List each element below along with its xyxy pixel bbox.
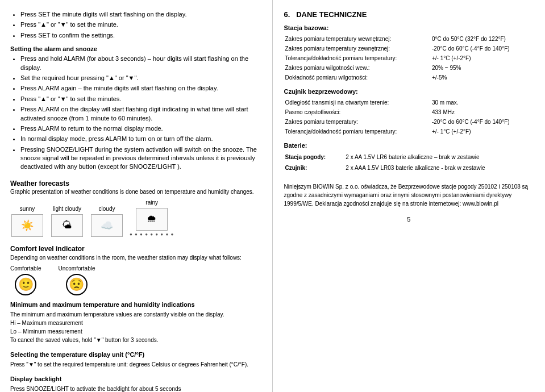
czujnik-value-1: 30 m max. [431,98,534,107]
czujnik-value-2: 433 MHz [431,107,534,117]
uncomfortable-face-icon: 😟 [66,274,88,295]
stacja-row-2: Zakres pomiaru temperatury zewnętrznej: … [284,44,534,53]
comfort-face-comfortable: Comfortable 🙂 [10,265,41,295]
dane-section-heading: DANE TECHNICZNE [296,10,367,19]
weather-sunny-label: sunny [20,206,35,212]
dane-section-number: 6. [284,10,290,19]
weather-cloudy-icon: ☁️ [91,214,123,237]
min-max-text: The minimum and maximum temperature valu… [10,310,261,344]
temp-select-text: Press "▼" to set the required temperatur… [10,360,261,369]
czujnik-section: Czujnik bezprzewodowy: Odległość transmi… [284,88,534,136]
comfort-section: Comfort level indicator Depending on wea… [10,245,261,295]
czujnik-value-4: +/- 1°C (+/-2°F) [431,127,534,136]
intro-list: Press SET the minute digits will start f… [10,10,261,40]
weather-cloudy: cloudy ☁️ [90,206,124,237]
alarm-bullet-list: Press and hold ALARM (for about 3 second… [10,55,261,172]
weather-light-cloudy: light cloudy 🌤 [50,206,84,237]
weather-light-cloudy-icon: 🌤 [51,214,83,237]
comfort-subtitle: Depending on weather conditions in the r… [10,255,261,261]
weather-rainy-icon: 🌧 [136,208,168,231]
comfortable-face-icon: 🙂 [15,274,36,295]
intro-item-2: Press "▲" or "▼" to set the minute. [20,20,261,29]
temp-select-section: Selecting the temperature display unit (… [10,351,261,369]
page-container: Press SET the minute digits will start f… [0,0,545,392]
baterie-value-1: 2 x AA 1.5V LR6 baterie alkaliczne – bra… [344,152,534,162]
stacja-label-4: Zakres pomiaru wilgotności wew.: [284,63,431,73]
alarm-bullet-5: Press ALARM on the display will start fl… [20,105,261,123]
min-max-section: Minimum and maximum temperature and humi… [10,301,261,344]
stacja-value-3: +/- 1°C (+/-2°F) [431,53,534,63]
czujnik-row-2: Pasmo częstotliwości: 433 MHz [284,107,534,117]
comfort-uncomfortable-label: Uncomfortable [58,265,95,272]
alarm-section-title: Setting the alarm and snooze [10,45,261,52]
czujnik-label-4: Tolerancja/dokładność pomiaru temperatur… [284,127,431,136]
stacja-value-2: -20°C do 60°C (-4°F do 140°F) [431,44,534,53]
backlight-text: Press SNOOZE/LIGHT to activate the backl… [10,385,261,392]
stacja-value-5: +/-5% [431,73,534,82]
baterie-title: Baterie: [284,142,534,149]
stacja-title: Stacja bazowa: [284,24,534,31]
czujnik-row-4: Tolerancja/dokładność pomiaru temperatur… [284,127,534,136]
min-max-line-4: To cancel the saved values, hold "▼" but… [10,336,261,344]
baterie-value-2: 2 x AAA 1.5V LR03 baterie alkaliczne - b… [344,162,534,173]
czujnik-label-2: Pasmo częstotliwości: [284,107,431,117]
intro-item-1: Press SET the minute digits will start f… [20,10,261,19]
baterie-label-2: Czujnik: [284,162,345,173]
right-column: 6. DANE TECHNICZNE Stacja bazowa: Zakres… [273,0,546,392]
czujnik-label-3: Zakres pomiaru temperatury: [284,117,431,127]
min-max-title: Minimum and maximum temperature and humi… [10,301,261,308]
left-column: Press SET the minute digits will start f… [0,0,273,392]
alarm-bullet-7: In normal display mode, press ALARM to t… [20,135,261,143]
weather-section: Weather forecasts Graphic presentation o… [10,180,261,237]
temp-select-title: Selecting the temperature display unit (… [10,351,261,358]
stacja-row-3: Tolerancja/dokładność pomiaru temperatur… [284,53,534,63]
alarm-bullet-1: Press and hold ALARM (for about 3 second… [20,55,261,72]
comfort-face-uncomfortable: Uncomfortable 😟 [58,265,95,295]
stacja-label-1: Zakres pomiaru temperatury wewnętrznej: [284,34,431,44]
disclaimer-section: Niniejszym BIOWIN Sp. z o.o. oświadcza, … [284,182,534,208]
weather-icons-row: sunny ☀️ light cloudy 🌤 cloudy ☁️ rainy … [10,199,261,237]
alarm-bullet-6: Press ALARM to return to the normal disp… [20,124,261,133]
weather-rainy: rainy 🌧 ● ● ● ● ● ● ● ● ● [130,199,174,237]
comfort-faces-row: Comfortable 🙂 Uncomfortable 😟 [10,265,261,295]
stacja-row-4: Zakres pomiaru wilgotności wew.: 20% ~ 9… [284,63,534,73]
weather-light-cloudy-label: light cloudy [53,206,81,212]
stacja-value-4: 20% ~ 95% [431,63,534,73]
min-max-line-3: Lo – Miminum measurement [10,327,261,336]
weather-cloudy-label: cloudy [99,206,115,212]
intro-item-3: Press SET to confirm the settings. [20,31,261,40]
stacja-table: Zakres pomiaru temperatury wewnętrznej: … [284,34,534,82]
weather-sunny-icon: ☀️ [11,214,43,237]
stacja-label-2: Zakres pomiaru temperatury zewnętrznej: [284,44,431,53]
alarm-bullet-8: Pressing SNOOZE/LIGHT during the system … [20,145,261,172]
comfort-title: Comfort level indicator [10,245,261,253]
backlight-section: Display backlight Press SNOOZE/LIGHT to … [10,376,261,392]
weather-title: Weather forecasts [10,180,261,187]
czujnik-label-1: Odległość transmisji na otwartym terenie… [284,98,431,107]
czujnik-row-1: Odległość transmisji na otwartym terenie… [284,98,534,107]
baterie-label-1: Stacja pogody: [284,152,345,162]
backlight-title: Display backlight [10,376,261,382]
czujnik-row-3: Zakres pomiaru temperatury: -20°C do 60°… [284,117,534,127]
stacja-section: Stacja bazowa: Zakres pomiaru temperatur… [284,24,534,82]
czujnik-table: Odległość transmisji na otwartym terenie… [284,98,534,136]
alarm-bullet-2: Set the required hour pressing "▲" or "▼… [20,74,261,82]
weather-sunny: sunny ☀️ [10,206,44,237]
min-max-line-2: Hi – Maximum measurement [10,319,261,327]
alarm-bullet-4: Press "▲" or "▼" to set the minutes. [20,95,261,103]
weather-rainy-label: rainy [145,199,158,206]
baterie-row-2: Czujnik: 2 x AAA 1.5V LR03 baterie alkal… [284,162,534,173]
weather-rainy-dots: ● ● ● ● ● ● ● ● ● [130,232,174,237]
min-max-line-1: The minimum and maximum temperature valu… [10,310,261,319]
baterie-row-1: Stacja pogody: 2 x AA 1.5V LR6 baterie a… [284,152,534,162]
right-page-number: 5 [284,216,534,223]
czujnik-title: Czujnik bezprzewodowy: [284,88,534,95]
dane-section-title: 6. DANE TECHNICZNE [284,10,534,19]
stacja-label-3: Tolerancja/dokładność pomiaru temperatur… [284,53,431,63]
stacja-value-1: 0°C do 50°C (32°F do 122°F) [431,34,534,44]
stacja-row-1: Zakres pomiaru temperatury wewnętrznej: … [284,34,534,44]
baterie-table: Stacja pogody: 2 x AA 1.5V LR6 baterie a… [284,152,534,173]
alarm-bullet-3: Press ALARM again – the minute digits wi… [20,84,261,93]
czujnik-value-3: -20°C do 60°C (-4°F do 140°F) [431,117,534,127]
weather-subtitle: Graphic presentation of weather conditio… [10,189,261,195]
